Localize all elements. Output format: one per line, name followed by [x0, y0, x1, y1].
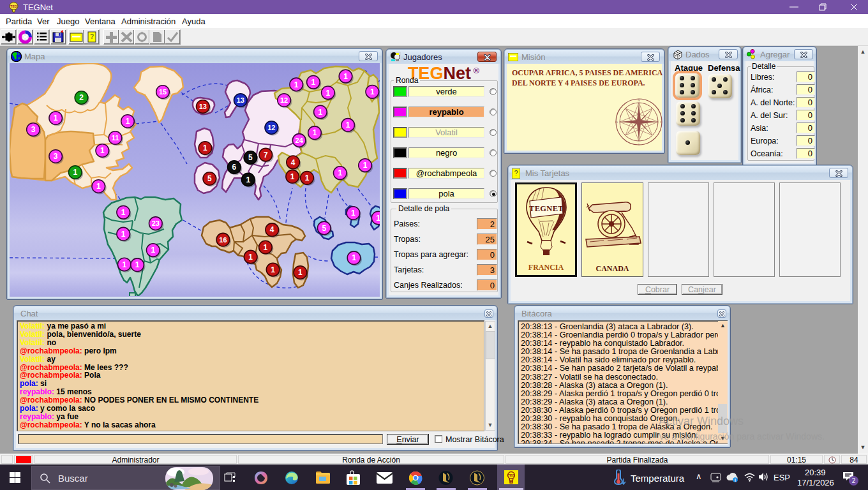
svg-text:7: 7 — [264, 151, 268, 160]
svg-text:1: 1 — [298, 268, 303, 277]
svg-text:1: 1 — [343, 72, 348, 81]
svg-text:1: 1 — [73, 168, 77, 177]
svg-text:5: 5 — [207, 174, 212, 183]
svg-text:5: 5 — [248, 153, 253, 162]
svg-text:5: 5 — [322, 224, 326, 233]
svg-text:i: i — [735, 478, 736, 482]
svg-text:1: 1 — [363, 161, 368, 170]
svg-text:3: 3 — [31, 125, 36, 134]
svg-text:4: 4 — [291, 158, 296, 167]
svg-text:1: 1 — [376, 214, 380, 223]
svg-text:?: ? — [514, 170, 518, 177]
svg-text:1: 1 — [121, 230, 126, 239]
svg-text:1: 1 — [351, 209, 355, 218]
svg-text:1: 1 — [122, 260, 126, 269]
svg-text:TEGNET: TEGNET — [529, 204, 564, 213]
svg-text:1: 1 — [54, 114, 58, 122]
svg-text:1: 1 — [290, 172, 295, 181]
svg-text:1: 1 — [271, 265, 275, 274]
svg-text:TEG: TEG — [508, 473, 514, 477]
svg-text:1: 1 — [294, 80, 299, 89]
svg-text:1: 1 — [338, 168, 342, 177]
svg-text:1: 1 — [96, 182, 101, 191]
svg-text:16: 16 — [219, 236, 227, 244]
svg-text:TEG: TEG — [10, 4, 17, 8]
svg-text:13: 13 — [199, 103, 207, 110]
svg-text:1: 1 — [135, 260, 140, 269]
svg-text:S: S — [638, 143, 640, 146]
svg-text:1: 1 — [311, 78, 316, 87]
svg-text:12: 12 — [280, 96, 288, 104]
svg-text:1: 1 — [346, 121, 350, 130]
svg-text:N: N — [638, 99, 640, 102]
svg-text:23: 23 — [152, 219, 160, 227]
svg-text:O: O — [615, 121, 618, 124]
svg-text:3: 3 — [54, 152, 58, 161]
svg-text:1: 1 — [264, 243, 268, 252]
svg-text:2: 2 — [79, 93, 84, 102]
svg-text:E: E — [660, 121, 662, 124]
svg-text:6: 6 — [232, 163, 237, 172]
svg-text:1: 1 — [326, 89, 331, 98]
svg-text:12: 12 — [267, 124, 275, 131]
svg-text:1: 1 — [121, 208, 126, 217]
svg-text:24: 24 — [296, 137, 304, 144]
svg-text:1: 1 — [352, 253, 356, 262]
svg-text:1: 1 — [126, 117, 130, 126]
svg-text:11: 11 — [112, 134, 119, 142]
svg-text:1: 1 — [203, 144, 207, 152]
svg-text:1: 1 — [318, 108, 323, 117]
svg-text:4: 4 — [270, 225, 274, 234]
svg-text:15: 15 — [159, 88, 167, 96]
svg-text:1: 1 — [370, 87, 375, 96]
svg-text:1: 1 — [248, 253, 253, 262]
svg-text:1: 1 — [151, 246, 155, 255]
svg-text:13: 13 — [237, 96, 244, 104]
svg-text:1: 1 — [100, 146, 105, 155]
svg-text:1: 1 — [313, 128, 317, 137]
svg-text:1: 1 — [246, 175, 250, 184]
svg-text:?: ? — [90, 33, 94, 40]
svg-text:1: 1 — [305, 174, 310, 182]
